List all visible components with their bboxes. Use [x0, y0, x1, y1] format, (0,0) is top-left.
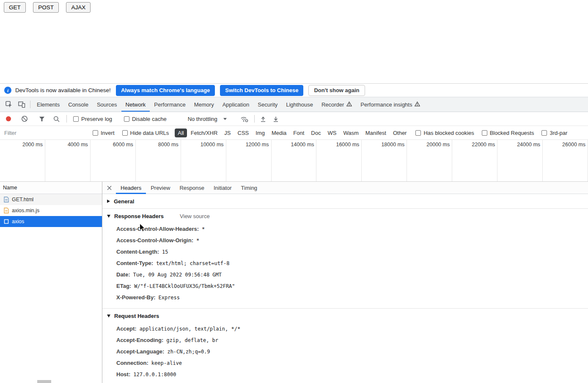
tab-security[interactable]: Security	[253, 97, 282, 112]
devtools-infobar: i DevTools is now available in Chinese! …	[0, 83, 588, 97]
tab-recorder-label: Recorder	[321, 101, 344, 108]
tab-lighthouse[interactable]: Lighthouse	[282, 97, 317, 112]
filter-type-media[interactable]: Media	[269, 129, 289, 137]
header-key: Date:	[116, 271, 130, 278]
header-row: Access-Control-Allow-Origin: *	[102, 235, 588, 246]
filter-type-doc[interactable]: Doc	[308, 129, 324, 137]
timeline-tick: 6000 ms	[91, 140, 136, 181]
timeline-tick: 12000 ms	[226, 140, 272, 181]
preserve-log-label: Preserve log	[81, 116, 112, 122]
record-icon[interactable]	[6, 116, 11, 121]
tab-memory[interactable]: Memory	[190, 97, 218, 112]
filter-type-other[interactable]: Other	[390, 129, 410, 137]
filter-type-fetch-xhr[interactable]: Fetch/XHR	[188, 129, 221, 137]
name-column-header[interactable]: Name	[0, 182, 102, 194]
tab-application[interactable]: Application	[218, 97, 254, 112]
filter-type-font[interactable]: Font	[290, 129, 307, 137]
import-har-icon[interactable]	[260, 116, 266, 122]
preserve-log-checkbox[interactable]	[73, 116, 79, 122]
inspect-element-icon[interactable]	[3, 98, 15, 110]
info-icon: i	[4, 87, 11, 94]
header-value: 15	[162, 249, 168, 255]
ajax-button[interactable]: AJAX	[66, 2, 91, 13]
tab-elements[interactable]: Elements	[33, 97, 64, 112]
close-icon[interactable]	[102, 182, 116, 194]
tab-timing[interactable]: Timing	[236, 182, 262, 194]
disable-cache-label: Disable cache	[132, 116, 167, 122]
network-main-area: Name GET.html axios.min.js axios	[0, 182, 588, 383]
tab-console[interactable]: Console	[64, 97, 93, 112]
filter-type-manifest[interactable]: Manifest	[363, 129, 389, 137]
headers-content: General Response Headers View source Acc…	[102, 194, 588, 383]
device-toolbar-icon[interactable]	[15, 98, 28, 110]
has-blocked-cookies-checkbox[interactable]	[415, 130, 421, 136]
tab-performance-insights-label: Performance insights	[360, 101, 412, 108]
invert-label: Invert	[101, 130, 115, 136]
header-key: ETag:	[116, 283, 131, 289]
post-button[interactable]: POST	[33, 2, 59, 13]
tab-response[interactable]: Response	[175, 182, 209, 194]
filter-type-css[interactable]: CSS	[235, 129, 252, 137]
has-blocked-cookies-label: Has blocked cookies	[423, 130, 474, 136]
request-row-axios-min-js[interactable]: axios.min.js	[0, 205, 102, 216]
filter-type-js[interactable]: JS	[221, 129, 234, 137]
header-row: X-Powered-By: Express	[102, 292, 588, 303]
tab-performance[interactable]: Performance	[150, 97, 190, 112]
request-headers-section-header[interactable]: Request Headers	[102, 309, 588, 323]
section-title: General	[114, 198, 134, 205]
tab-sources[interactable]: Sources	[93, 97, 121, 112]
header-value: *	[196, 238, 199, 243]
blocked-requests-label: Blocked Requests	[490, 130, 534, 136]
request-name: GET.html	[12, 197, 33, 202]
search-icon[interactable]	[53, 116, 60, 122]
switch-devtools-chinese-button[interactable]: Switch DevTools to Chinese	[220, 85, 303, 96]
header-row: Connection: keep-alive	[102, 357, 588, 369]
tab-recorder[interactable]: Recorder	[317, 97, 356, 112]
header-key: Host:	[116, 371, 130, 378]
match-chrome-language-button[interactable]: Always match Chrome's language	[116, 85, 215, 96]
header-value: Express	[158, 295, 180, 301]
header-row: ETag: W/"f-LET4BCklOoUFUX3G/Tbmk+52FRA"	[102, 280, 588, 292]
response-headers-section-header[interactable]: Response Headers View source	[102, 209, 588, 223]
tab-headers[interactable]: Headers	[116, 182, 146, 194]
filter-type-ws[interactable]: WS	[324, 129, 339, 137]
blocked-requests-checkbox[interactable]	[482, 130, 487, 136]
filter-type-img[interactable]: Img	[253, 129, 268, 137]
request-name: axios	[12, 219, 24, 224]
header-row: Access-Control-Allow-Headers: *	[102, 223, 588, 235]
horizontal-scrollbar-thumb[interactable]	[37, 380, 51, 383]
timeline-tick: 14000 ms	[272, 140, 317, 181]
clear-icon[interactable]	[21, 115, 28, 122]
chevron-right-icon	[107, 200, 110, 203]
network-conditions-icon[interactable]	[240, 116, 248, 122]
view-source-link[interactable]: View source	[180, 213, 210, 219]
request-row-axios[interactable]: axios	[0, 216, 102, 227]
invert-checkbox[interactable]	[93, 130, 98, 136]
tab-preview[interactable]: Preview	[146, 182, 175, 194]
header-key: X-Powered-By:	[116, 294, 155, 301]
hide-data-urls-checkbox[interactable]	[122, 130, 128, 136]
filter-type-all[interactable]: All	[175, 129, 187, 137]
request-row-get-html[interactable]: GET.html	[0, 194, 102, 205]
divider	[30, 101, 30, 108]
export-har-icon[interactable]	[273, 116, 279, 122]
network-toolbar: Preserve log Disable cache No throttling	[0, 112, 588, 126]
disable-cache-checkbox[interactable]	[124, 116, 129, 122]
general-section-header[interactable]: General	[102, 194, 588, 208]
dont-show-again-button[interactable]: Don't show again	[308, 85, 365, 96]
third-party-checkbox[interactable]	[541, 130, 547, 136]
filter-type-wasm[interactable]: Wasm	[340, 129, 361, 137]
tab-network[interactable]: Network	[121, 97, 150, 112]
timeline-tick: 16000 ms	[316, 140, 362, 181]
filter-input[interactable]	[4, 130, 87, 136]
tab-performance-insights[interactable]: Performance insights	[356, 97, 424, 112]
get-button[interactable]: GET	[4, 2, 26, 13]
tab-initiator[interactable]: Initiator	[209, 182, 236, 194]
throttling-dropdown[interactable]: No throttling	[188, 116, 227, 122]
header-row: Date: Tue, 09 Aug 2022 09:56:48 GMT	[102, 269, 588, 280]
timeline-tick: 4000 ms	[45, 140, 91, 181]
timeline-tick: 18000 ms	[362, 140, 407, 181]
details-tabbar: Headers Preview Response Initiator Timin…	[102, 182, 588, 194]
request-name: axios.min.js	[12, 208, 39, 213]
filter-funnel-icon[interactable]	[39, 116, 45, 122]
